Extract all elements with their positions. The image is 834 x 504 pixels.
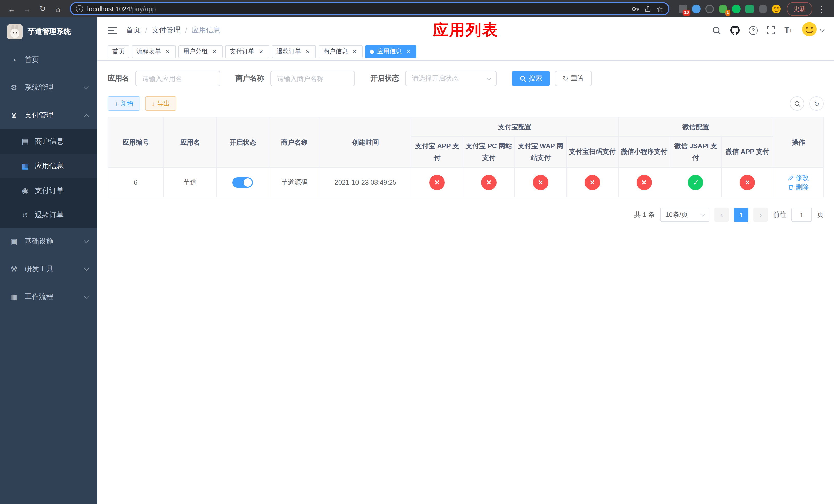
prev-page-button[interactable]: ‹ (715, 208, 729, 222)
sidebar-item-workflow[interactable]: ▥ 工作流程 (0, 283, 97, 311)
chevron-down-icon (701, 212, 705, 216)
status-select[interactable]: 请选择开启状态 (405, 71, 497, 86)
url-text[interactable]: localhost:1024/pay/app (87, 5, 627, 13)
infra-icon: ▣ (9, 237, 19, 246)
browser-menu-icon[interactable]: ⋮ (814, 4, 829, 14)
download-icon: ↓ (152, 100, 155, 107)
close-icon[interactable] (405, 48, 412, 55)
main-area: 首页 / 支付管理 / 应用信息 应用列表 (97, 18, 834, 504)
extension-icon-7[interactable] (759, 4, 767, 13)
page-title: 应用列表 (433, 20, 499, 41)
wx-lite-status-icon (636, 175, 652, 190)
extension-icon-6[interactable] (745, 4, 754, 13)
status-toggle[interactable] (233, 177, 253, 187)
extension-icon-4[interactable]: 1 (719, 4, 727, 13)
cell-app-name: 芋道 (163, 167, 217, 197)
tab-refund-order[interactable]: 退款订单 (272, 45, 316, 58)
breadcrumb-payment[interactable]: 支付管理 (152, 26, 180, 35)
browser-update-button[interactable]: 更新 (787, 2, 812, 16)
sidebar-item-devtools[interactable]: ⚒ 研发工具 (0, 255, 97, 283)
goto-unit-label: 页 (817, 210, 824, 220)
fullscreen-icon[interactable] (767, 26, 775, 35)
app-name-label: 应用名 (108, 74, 129, 83)
merchant-name-input[interactable] (270, 71, 355, 86)
search-icon[interactable] (712, 26, 721, 35)
extension-icon-3[interactable] (705, 4, 714, 13)
bookmark-star-icon[interactable]: ☆ (656, 5, 663, 13)
breadcrumb-separator: / (145, 26, 147, 35)
goto-page-input[interactable] (791, 208, 812, 222)
browser-back-icon[interactable]: ← (5, 2, 19, 15)
extension-icon-1[interactable]: 10 (679, 4, 687, 13)
sidebar-subitem-refund-order[interactable]: ↺ 退款订单 (0, 203, 97, 228)
reset-button-label: 重置 (571, 74, 584, 83)
extension-icon-2[interactable] (692, 4, 701, 13)
reset-button[interactable]: ↻ 重置 (555, 71, 592, 86)
active-tab-dot (370, 49, 374, 53)
delete-link-label: 删除 (795, 182, 809, 191)
chevron-down-icon (84, 238, 89, 243)
payment-submenu: ▤ 商户信息 ▦ 应用信息 ◉ 支付订单 ↺ 退款订单 (0, 129, 97, 228)
user-avatar-menu[interactable] (802, 22, 824, 39)
tab-app-info[interactable]: 应用信息 (365, 45, 416, 58)
wx-jsapi-status-icon (688, 175, 703, 190)
delete-link[interactable]: 删除 (788, 182, 809, 191)
tab-label: 首页 (112, 47, 125, 56)
font-size-icon[interactable] (784, 26, 792, 35)
address-bar[interactable]: i localhost:1024/pay/app ☆ (70, 2, 670, 15)
tab-user-group[interactable]: 用户分组 (178, 45, 223, 58)
tab-merchant-info[interactable]: 商户信息 (319, 45, 363, 58)
share-icon[interactable] (644, 5, 651, 12)
tab-pay-order[interactable]: 支付订单 (225, 45, 269, 58)
help-icon[interactable] (749, 26, 758, 35)
merchant-name-label: 商户名称 (236, 74, 264, 83)
sidebar-item-payment[interactable]: ¥ 支付管理 (0, 101, 97, 129)
next-page-button[interactable]: › (753, 208, 768, 222)
sidebar-item-system[interactable]: ⚙ 系统管理 (0, 74, 97, 101)
password-key-icon[interactable] (631, 5, 639, 13)
tab-home[interactable]: 首页 (108, 45, 129, 58)
refresh-button[interactable]: ↻ (809, 96, 824, 111)
dashboard-icon: ◔ (9, 55, 19, 64)
close-icon[interactable] (211, 48, 218, 55)
browser-forward-icon[interactable]: → (21, 2, 34, 15)
current-page-button[interactable]: 1 (734, 208, 748, 222)
close-icon[interactable] (304, 48, 311, 55)
page-size-select[interactable]: 10条/页 (660, 208, 709, 222)
close-icon[interactable] (164, 48, 171, 55)
add-button[interactable]: + 新增 (108, 96, 140, 111)
tab-process-form[interactable]: 流程表单 (132, 45, 176, 58)
close-icon[interactable] (351, 48, 358, 55)
page-size-value: 10条/页 (665, 210, 688, 220)
browser-reload-icon[interactable]: ↻ (36, 2, 49, 15)
col-alipay-qr: 支付宝扫码支付 (567, 137, 618, 167)
sidebar-subitem-merchant-info[interactable]: ▤ 商户信息 (0, 129, 97, 154)
hamburger-icon[interactable] (108, 27, 117, 34)
sidebar-logo[interactable]: 芋道管理系统 (0, 18, 97, 46)
browser-home-icon[interactable]: ⌂ (51, 2, 65, 15)
tab-label: 商户信息 (323, 47, 348, 56)
url-host: localhost:1024 (87, 5, 130, 13)
sidebar-item-label: 首页 (25, 55, 39, 65)
yen-icon: ¥ (9, 111, 19, 120)
app-name-input[interactable] (135, 71, 220, 86)
edit-link[interactable]: 修改 (788, 173, 809, 182)
sidebar-subitem-pay-order[interactable]: ◉ 支付订单 (0, 178, 97, 203)
search-button[interactable]: 搜索 (512, 71, 550, 86)
export-button[interactable]: ↓ 导出 (145, 96, 176, 111)
url-path: /pay/app (130, 5, 156, 13)
chevron-down-icon (84, 293, 89, 298)
site-info-icon[interactable]: i (76, 5, 83, 12)
sidebar-item-label: 支付订单 (35, 186, 64, 196)
extension-icon-5[interactable] (732, 4, 741, 13)
status-label: 开启状态 (370, 74, 399, 83)
close-icon[interactable] (258, 48, 265, 55)
sidebar-item-infra[interactable]: ▣ 基础设施 (0, 228, 97, 255)
github-icon[interactable] (730, 26, 740, 35)
toggle-search-button[interactable] (790, 96, 804, 111)
sidebar-item-label: 退款订单 (35, 211, 64, 220)
sidebar-item-home[interactable]: ◔ 首页 (0, 46, 97, 74)
breadcrumb-home[interactable]: 首页 (126, 26, 140, 35)
sidebar-subitem-app-info[interactable]: ▦ 应用信息 (0, 154, 97, 178)
emoji-extension-icon[interactable] (772, 4, 781, 13)
